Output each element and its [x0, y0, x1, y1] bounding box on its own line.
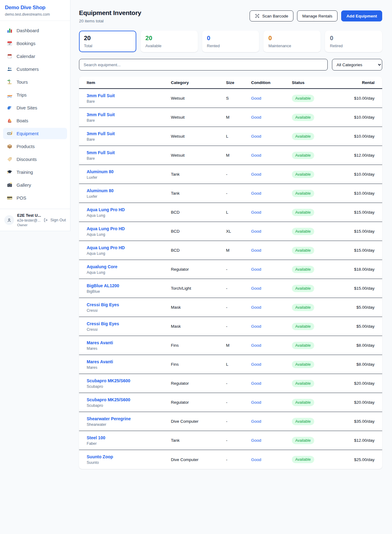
- item-link[interactable]: Mares Avanti: [87, 359, 171, 364]
- table-row: Scubapro MK25/S600 Scubapro Regulator - …: [79, 393, 382, 412]
- item-link[interactable]: Aluminum 80: [87, 169, 171, 174]
- stat-card-retired[interactable]: 0 Retired: [325, 31, 382, 52]
- item-link[interactable]: Aqua Lung Pro HD: [87, 226, 171, 231]
- item-link[interactable]: BigBlue AL1200: [87, 283, 171, 288]
- sidebar-item-products[interactable]: Products: [3, 141, 67, 152]
- sidebar-item-dashboard[interactable]: Dashboard: [3, 25, 67, 36]
- condition-link[interactable]: Good: [251, 267, 292, 272]
- item-category: BCD: [171, 229, 226, 234]
- condition-link[interactable]: Good: [251, 153, 292, 158]
- condition-link[interactable]: Good: [251, 210, 292, 215]
- condition-link[interactable]: Good: [251, 134, 292, 139]
- item-link[interactable]: Aluminum 80: [87, 188, 171, 193]
- user-meta: E2E Test U... e2e-tester@... Owner: [17, 213, 40, 227]
- condition-link[interactable]: Good: [251, 248, 292, 253]
- sidebar-item-calendar[interactable]: Calendar: [3, 51, 67, 62]
- sidebar-item-bookings[interactable]: 17 Bookings: [3, 38, 67, 49]
- brand-title[interactable]: Demo Dive Shop: [5, 5, 65, 11]
- item-brand: Faber: [87, 441, 171, 446]
- sign-out-button[interactable]: Sign Out: [43, 218, 66, 223]
- scan-barcode-button[interactable]: Scan Barcode: [250, 10, 293, 21]
- status-badge: Available: [292, 399, 314, 406]
- stat-card-total[interactable]: 20 Total: [79, 31, 136, 52]
- sidebar-item-discounts[interactable]: Discounts: [3, 154, 67, 165]
- sidebar-item-training[interactable]: Training: [3, 166, 67, 178]
- sidebar-item-trips[interactable]: Trips: [3, 89, 67, 101]
- item-link[interactable]: Steel 100: [87, 435, 171, 440]
- item-link[interactable]: Aqua Lung Pro HD: [87, 207, 171, 212]
- rental-price: $8.00/day: [338, 343, 375, 348]
- sidebar-item-pos[interactable]: POS: [3, 192, 67, 204]
- rental-price: $15.00/day: [338, 229, 375, 234]
- item-category: Mask: [171, 324, 226, 329]
- condition-link[interactable]: Good: [251, 229, 292, 234]
- sidebar-item-dive-sites[interactable]: Dive Sites: [3, 102, 67, 113]
- condition-link[interactable]: Good: [251, 343, 292, 348]
- manage-rentals-button[interactable]: Manage Rentals: [297, 10, 337, 21]
- item-category: Dive Computer: [171, 419, 226, 424]
- status-badge: Available: [292, 133, 314, 140]
- condition-link[interactable]: Good: [251, 362, 292, 367]
- item-category: BCD: [171, 210, 226, 215]
- item-link[interactable]: Aqua Lung Pro HD: [87, 245, 171, 250]
- sidebar-item-equipment[interactable]: Equipment: [3, 128, 67, 139]
- item-size: XL: [226, 229, 251, 234]
- item-link[interactable]: 3mm Full Suit: [87, 93, 171, 98]
- condition-link[interactable]: Good: [251, 96, 292, 101]
- stat-value: 0: [330, 35, 377, 42]
- item-link[interactable]: 5mm Full Suit: [87, 150, 171, 155]
- condition-link[interactable]: Good: [251, 438, 292, 443]
- condition-link[interactable]: Good: [251, 419, 292, 424]
- rental-price: $10.00/day: [338, 172, 375, 177]
- condition-link[interactable]: Good: [251, 115, 292, 120]
- item-link[interactable]: Suunto Zoop: [87, 454, 171, 459]
- condition-link[interactable]: Good: [251, 191, 292, 196]
- category-select[interactable]: All Categories: [332, 59, 382, 71]
- stat-card-rented[interactable]: 0 Rented: [202, 31, 259, 52]
- item-link[interactable]: Aqualung Core: [87, 264, 171, 269]
- condition-link[interactable]: Good: [251, 305, 292, 310]
- search-input[interactable]: [79, 59, 328, 71]
- item-link[interactable]: Mares Avanti: [87, 340, 171, 345]
- sidebar-item-gallery[interactable]: Gallery: [3, 179, 67, 191]
- page-header: Equipment Inventory 20 items total Scan …: [79, 9, 382, 23]
- stat-cards: 20 Total 20 Available 0 Rented 0 Mainten…: [79, 31, 382, 52]
- item-link[interactable]: Scubapro MK25/S600: [87, 397, 171, 402]
- table-column-header: Condition: [251, 80, 292, 85]
- item-link[interactable]: Scubapro MK25/S600: [87, 378, 171, 383]
- stat-card-available[interactable]: 20 Available: [141, 31, 198, 52]
- condition-link[interactable]: Good: [251, 400, 292, 405]
- item-size: -: [226, 286, 251, 291]
- sidebar-item-customers[interactable]: Customers: [3, 63, 67, 75]
- rental-price: $10.00/day: [338, 115, 375, 120]
- sidebar-item-tours[interactable]: Tours: [3, 76, 67, 88]
- status-badge: Available: [292, 380, 314, 387]
- camera-icon: [7, 182, 13, 188]
- rental-price: $12.00/day: [338, 438, 375, 443]
- condition-link[interactable]: Good: [251, 286, 292, 291]
- table-row: Aluminum 80 Luxfer Tank - Good Available…: [79, 165, 382, 184]
- condition-link[interactable]: Good: [251, 381, 292, 386]
- table-row: 5mm Full Suit Bare Wetsuit M Good Availa…: [79, 146, 382, 165]
- status-badge: Available: [292, 361, 314, 368]
- condition-link[interactable]: Good: [251, 172, 292, 177]
- stat-label: Available: [145, 44, 193, 48]
- item-link[interactable]: Cressi Big Eyes: [87, 321, 171, 326]
- add-equipment-button[interactable]: Add Equipment: [341, 10, 382, 21]
- sidebar-item-boats[interactable]: Boats: [3, 115, 67, 126]
- item-link[interactable]: Shearwater Peregrine: [87, 416, 171, 421]
- condition-link[interactable]: Good: [251, 324, 292, 329]
- item-link[interactable]: 3mm Full Suit: [87, 131, 171, 136]
- item-link[interactable]: 3mm Full Suit: [87, 112, 171, 117]
- stat-label: Total: [84, 44, 131, 48]
- item-link[interactable]: Cressi Big Eyes: [87, 302, 171, 307]
- item-brand: Aqua Lung: [87, 270, 171, 275]
- stat-card-maintenance[interactable]: 0 Maintenance: [263, 31, 321, 52]
- condition-link[interactable]: Good: [251, 457, 292, 462]
- table-row: Cressi Big Eyes Cressi Mask - Good Avail…: [79, 317, 382, 336]
- stat-value: 20: [84, 35, 131, 42]
- sidebar-item-label: Products: [17, 144, 35, 149]
- rental-price: $15.00/day: [338, 286, 375, 291]
- sidebar-item-label: Tours: [17, 79, 28, 85]
- table-row: Mares Avanti Mares Fins L Good Available…: [79, 355, 382, 374]
